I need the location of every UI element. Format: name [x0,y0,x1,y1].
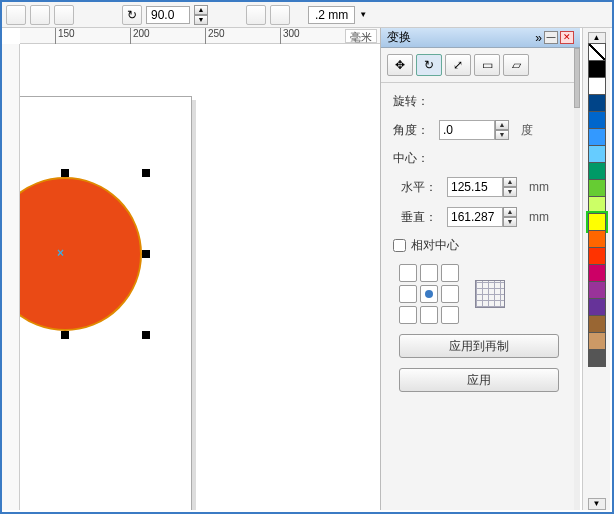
apply-duplicate-button[interactable]: 应用到再制 [399,334,559,358]
canvas-area[interactable]: × [20,44,380,510]
ruler-tick: 300 [280,28,300,44]
apply-button[interactable]: 应用 [399,368,559,392]
tool-btn-4[interactable] [246,5,266,25]
v-input[interactable] [447,207,503,227]
color-swatch[interactable] [588,77,606,95]
rotate-icon[interactable]: ↻ [122,5,142,25]
color-swatch[interactable] [588,349,606,367]
transform-tabs: ✥ ↻ ⤢ ▭ ▱ [381,48,580,83]
transform-panel: 变换 » — ✕ ✥ ↻ ⤢ ▭ ▱ 旋转： 角度： ▲▼ 度 中心： 水平： … [380,28,580,510]
selection-bounds[interactable]: × [20,169,150,339]
ruler-tick: 150 [55,28,75,44]
color-swatch[interactable] [588,213,606,231]
panel-more[interactable]: » [535,31,542,45]
color-swatch[interactable] [588,298,606,316]
anchor-bc[interactable] [420,306,438,324]
handle-bc[interactable] [61,331,69,339]
rotation-input[interactable] [146,6,190,24]
h-up[interactable]: ▲ [503,177,517,187]
color-swatch[interactable] [588,230,606,248]
panel-title: 变换 [387,29,411,46]
anchor-br[interactable] [441,306,459,324]
tab-skew[interactable]: ▱ [503,54,529,76]
tab-size[interactable]: ▭ [474,54,500,76]
v-down[interactable]: ▼ [503,217,517,227]
center-section-label: 中心： [393,150,568,167]
ruler-tick: 200 [130,28,150,44]
relative-label: 相对中心 [411,237,459,254]
ruler-vertical [2,44,20,510]
rot-down[interactable]: ▼ [194,15,208,25]
swatch-container [588,44,606,367]
rot-up[interactable]: ▲ [194,5,208,15]
ruler-tick: 250 [205,28,225,44]
tool-btn-5[interactable] [270,5,290,25]
rotate-section-label: 旋转： [393,93,568,110]
color-swatch[interactable] [588,111,606,129]
tab-position[interactable]: ✥ [387,54,413,76]
handle-mr[interactable] [142,250,150,258]
grid-icon[interactable] [475,280,505,308]
scrollbar-thumb[interactable] [574,48,580,108]
handle-br[interactable] [142,331,150,339]
anchor-mr[interactable] [441,285,459,303]
panel-minimize-icon[interactable]: — [544,31,558,44]
color-swatch[interactable] [588,332,606,350]
anchor-tr[interactable] [441,264,459,282]
ruler-unit-label: 毫米 [345,29,377,43]
angle-input[interactable] [439,120,495,140]
color-swatch[interactable] [588,264,606,282]
anchor-tc[interactable] [420,264,438,282]
panel-scrollbar[interactable] [574,48,580,510]
panel-close-icon[interactable]: ✕ [560,31,574,44]
color-swatch[interactable] [588,162,606,180]
v-up[interactable]: ▲ [503,207,517,217]
angle-label: 角度： [393,122,433,139]
center-marker[interactable]: × [57,246,65,254]
color-swatch[interactable] [588,179,606,197]
tab-scale[interactable]: ⤢ [445,54,471,76]
color-palette: ▲ ▼ [582,28,610,510]
tool-btn-2[interactable] [30,5,50,25]
color-swatch[interactable] [588,196,606,214]
h-down[interactable]: ▼ [503,187,517,197]
angle-unit: 度 [521,122,533,139]
h-label: 水平： [401,179,441,196]
anchor-grid [399,264,459,324]
v-unit: mm [529,210,549,224]
tool-btn-1[interactable] [6,5,26,25]
h-input[interactable] [447,177,503,197]
ruler-horizontal: 150200250300 [20,28,380,44]
angle-up[interactable]: ▲ [495,120,509,130]
tab-rotate[interactable]: ↻ [416,54,442,76]
stroke-width-label: .2 mm [308,6,355,24]
color-swatch[interactable] [588,128,606,146]
anchor-tl[interactable] [399,264,417,282]
tool-btn-3[interactable] [54,5,74,25]
angle-down[interactable]: ▼ [495,130,509,140]
v-label: 垂直： [401,209,441,226]
anchor-ml[interactable] [399,285,417,303]
top-toolbar: ↻ ▲▼ .2 mm ▼ [2,2,612,28]
color-swatch[interactable] [588,145,606,163]
anchor-bl[interactable] [399,306,417,324]
ellipse-object[interactable] [20,177,142,331]
handle-tr[interactable] [142,169,150,177]
h-unit: mm [529,180,549,194]
panel-titlebar[interactable]: 变换 » — ✕ [381,28,580,48]
palette-scroll-down[interactable]: ▼ [588,498,606,510]
color-swatch[interactable] [588,94,606,112]
relative-checkbox[interactable] [393,239,406,252]
color-swatch[interactable] [588,315,606,333]
color-swatch[interactable] [588,43,606,61]
color-swatch[interactable] [588,247,606,265]
color-swatch[interactable] [588,60,606,78]
anchor-c[interactable] [420,285,438,303]
handle-tc[interactable] [61,169,69,177]
color-swatch[interactable] [588,281,606,299]
